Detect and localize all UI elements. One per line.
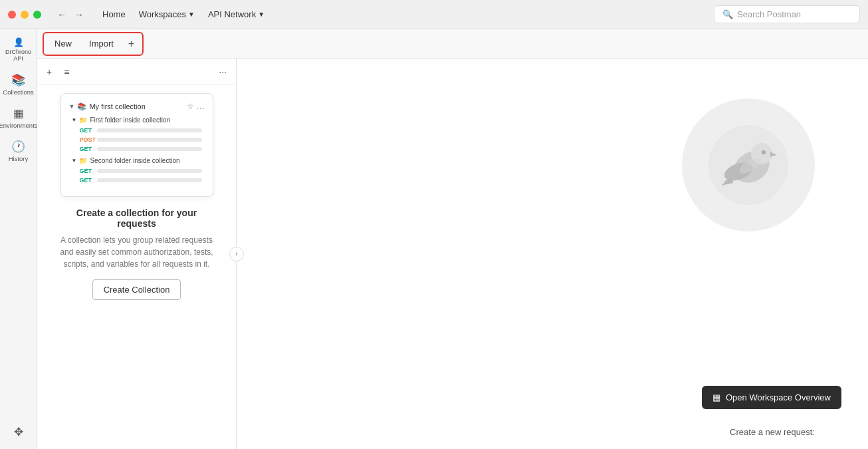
collections-icon: 📚	[11, 73, 25, 87]
request-row: GET	[69, 176, 205, 184]
svg-point-5	[762, 150, 766, 154]
create-new-request-text: Create a new request:	[730, 427, 815, 437]
card-collapse-icon: ▼	[69, 103, 75, 110]
sidebar-item-collections[interactable]: 📚 Collections	[3, 69, 35, 100]
sidebar-item-environments[interactable]: ▦ Environments	[3, 102, 35, 134]
sidebar-item-history[interactable]: 🕐 History	[3, 135, 35, 167]
minimize-window-button[interactable]	[21, 11, 29, 19]
collection-preview-card: ▼ 📚 My first collection ☆ …	[60, 93, 213, 197]
collections-panel: + ≡ ··· ▼ 📚 My first collection	[37, 59, 237, 449]
import-button[interactable]: Import	[81, 35, 122, 52]
workspaces-chevron-icon: ▼	[188, 11, 195, 18]
workspace-label: DrChrono API	[5, 49, 32, 62]
search-bar[interactable]: 🔍 Search Postman	[714, 5, 860, 23]
bird-svg	[699, 115, 798, 215]
empty-state-description: A collection lets you group related requ…	[57, 234, 217, 270]
request-row: GET	[69, 167, 205, 175]
left-sidebar: 👤 DrChrono API 📚 Collections ▦ Environme…	[0, 29, 37, 449]
panel-toggle-button[interactable]: ›	[229, 247, 244, 261]
request-row: GET	[69, 126, 205, 134]
api-network-chevron-icon: ▼	[258, 11, 265, 18]
folder-1: ▼ 📁 First folder inside collection GET P…	[69, 116, 205, 153]
folder-2: ▼ 📁 Second folder inside collection GET …	[69, 157, 205, 184]
collection-name: My first collection	[89, 102, 145, 110]
postman-illustration	[682, 98, 815, 231]
window-controls	[8, 11, 41, 19]
workspace-icon: ▦	[712, 392, 720, 402]
collections-content: ▼ 📚 My first collection ☆ …	[37, 85, 236, 449]
titlebar: ← → Home Workspaces ▼ API Network ▼ 🔍 Se…	[0, 0, 868, 29]
more-options-button[interactable]: ···	[215, 64, 231, 80]
folder-1-name: First folder inside collection	[90, 116, 170, 124]
search-icon: 🔍	[722, 9, 733, 19]
folder-2-name: Second folder inside collection	[90, 157, 179, 164]
nav-arrows: ← →	[54, 8, 86, 21]
environments-icon: ▦	[13, 106, 24, 120]
close-window-button[interactable]	[8, 11, 16, 19]
right-main-panel: ▦ Open Workspace Overview Create a new r…	[237, 59, 868, 449]
empty-state-title: Create a collection for your requests	[57, 208, 217, 229]
request-row: GET	[69, 145, 205, 153]
empty-state: Create a collection for your requests A …	[57, 208, 217, 300]
folder-icon-2: 📁	[79, 157, 87, 164]
titlebar-nav: Home Workspaces ▼ API Network ▼	[97, 7, 270, 22]
create-collection-button[interactable]: Create Collection	[92, 279, 181, 300]
card-more-button[interactable]: …	[197, 102, 205, 111]
history-icon: 🕐	[11, 140, 25, 154]
home-link[interactable]: Home	[97, 7, 131, 22]
add-collection-button[interactable]: +	[43, 64, 56, 80]
collections-toolbar: + ≡ ···	[37, 59, 236, 85]
forward-button[interactable]: →	[72, 8, 86, 21]
back-button[interactable]: ←	[54, 8, 69, 21]
new-import-toolbar: New Import +	[43, 32, 144, 56]
workspaces-link[interactable]: Workspaces ▼	[134, 7, 200, 22]
mock-icon: ✥	[14, 425, 23, 439]
filter-button[interactable]: ≡	[60, 64, 73, 80]
maximize-window-button[interactable]	[33, 11, 41, 19]
collection-icon: 📚	[77, 102, 86, 111]
add-tab-button[interactable]: +	[123, 35, 140, 53]
open-workspace-overview-button[interactable]: ▦ Open Workspace Overview	[702, 386, 841, 409]
user-icon: 👤	[13, 37, 24, 47]
workspace-avatar[interactable]: 👤 DrChrono API	[3, 35, 35, 65]
folder-icon: 📁	[79, 116, 87, 124]
sidebar-item-mock[interactable]: ✥	[3, 420, 35, 444]
star-button[interactable]: ☆	[187, 102, 194, 111]
main-layout: 👤 DrChrono API 📚 Collections ▦ Environme…	[0, 29, 868, 449]
new-button[interactable]: New	[47, 35, 80, 52]
request-row: POST	[69, 136, 205, 144]
api-network-link[interactable]: API Network ▼	[203, 7, 270, 22]
